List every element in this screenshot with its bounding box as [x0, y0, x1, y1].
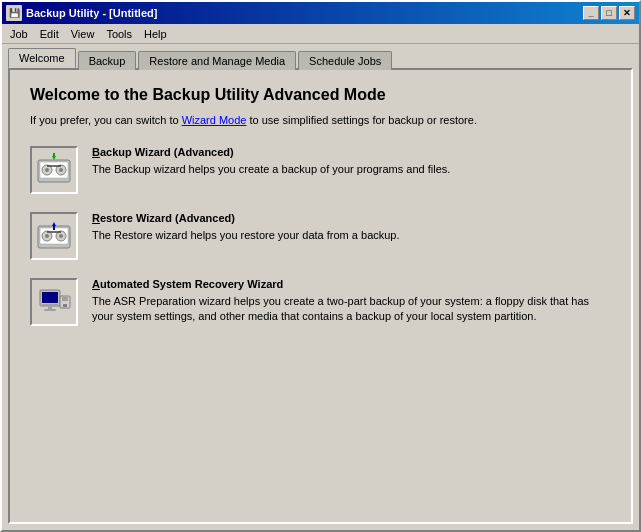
svg-rect-8 — [53, 153, 55, 157]
title-controls: _ □ ✕ — [583, 6, 635, 20]
backup-wizard-title[interactable]: Backup Wizard (Advanced) — [92, 146, 611, 158]
subtitle: If you prefer, you can switch to Wizard … — [30, 114, 611, 126]
tab-schedule-jobs[interactable]: Schedule Jobs — [298, 51, 392, 70]
menu-job[interactable]: Job — [4, 26, 34, 42]
wizard-mode-link[interactable]: Wizard Mode — [182, 114, 247, 126]
menu-bar: Job Edit View Tools Help — [2, 24, 639, 44]
backup-wizard-title-rest: ackup Wizard (Advanced) — [100, 146, 234, 158]
menu-view[interactable]: View — [65, 26, 101, 42]
asr-wizard-text: Automated System Recovery Wizard The ASR… — [92, 278, 611, 325]
restore-wizard-title-rest: estore Wizard (Advanced) — [100, 212, 235, 224]
page-title: Welcome to the Backup Utility Advanced M… — [30, 86, 611, 104]
restore-wizard-desc: The Restore wizard helps you restore you… — [92, 228, 611, 243]
asr-wizard-icon — [30, 278, 78, 326]
asr-wizard-title-rest: utomated System Recovery Wizard — [100, 278, 283, 290]
restore-wizard-icon — [30, 212, 78, 260]
svg-rect-25 — [44, 309, 56, 311]
tab-bar: Welcome Backup Restore and Manage Media … — [2, 44, 639, 68]
svg-point-3 — [45, 168, 49, 172]
backup-wizard-title-underline: B — [92, 146, 100, 158]
svg-rect-23 — [63, 304, 67, 307]
backup-wizard-icon — [30, 146, 78, 194]
asr-wizard-desc: The ASR Preparation wizard helps you cre… — [92, 294, 611, 325]
minimize-button[interactable]: _ — [583, 6, 599, 20]
restore-wizard-text: Restore Wizard (Advanced) The Restore wi… — [92, 212, 611, 243]
main-window: 💾 Backup Utility - [Untitled] _ □ ✕ Job … — [0, 0, 641, 532]
subtitle-text-before: If you prefer, you can switch to — [30, 114, 182, 126]
svg-rect-17 — [53, 226, 55, 230]
svg-marker-16 — [52, 222, 56, 226]
asr-wizard-title-underline: A — [92, 278, 100, 290]
subtitle-text-after: to use simplified settings for backup or… — [246, 114, 477, 126]
app-icon: 💾 — [6, 5, 22, 21]
svg-rect-19 — [42, 292, 58, 303]
tab-restore-manage-media[interactable]: Restore and Manage Media — [138, 51, 296, 70]
menu-help[interactable]: Help — [138, 26, 173, 42]
menu-tools[interactable]: Tools — [100, 26, 138, 42]
svg-rect-24 — [48, 306, 52, 309]
backup-wizard-desc: The Backup wizard helps you create a bac… — [92, 162, 611, 177]
restore-wizard-item: Restore Wizard (Advanced) The Restore wi… — [30, 212, 611, 260]
svg-rect-20 — [42, 304, 58, 306]
main-content: Welcome to the Backup Utility Advanced M… — [8, 68, 633, 524]
backup-wizard-item: Backup Wizard (Advanced) The Backup wiza… — [30, 146, 611, 194]
asr-wizard-title[interactable]: Automated System Recovery Wizard — [92, 278, 611, 290]
tab-backup[interactable]: Backup — [78, 51, 137, 70]
title-bar-left: 💾 Backup Utility - [Untitled] — [6, 5, 157, 21]
restore-wizard-title[interactable]: Restore Wizard (Advanced) — [92, 212, 611, 224]
asr-wizard-item: Automated System Recovery Wizard The ASR… — [30, 278, 611, 326]
title-bar: 💾 Backup Utility - [Untitled] _ □ ✕ — [2, 2, 639, 24]
svg-rect-22 — [62, 297, 68, 301]
tab-welcome[interactable]: Welcome — [8, 48, 76, 68]
window-title: Backup Utility - [Untitled] — [26, 7, 157, 19]
svg-point-14 — [59, 234, 63, 238]
maximize-button[interactable]: □ — [601, 6, 617, 20]
svg-point-12 — [45, 234, 49, 238]
restore-wizard-title-underline: R — [92, 212, 100, 224]
menu-edit[interactable]: Edit — [34, 26, 65, 42]
close-button[interactable]: ✕ — [619, 6, 635, 20]
backup-wizard-text: Backup Wizard (Advanced) The Backup wiza… — [92, 146, 611, 177]
svg-point-5 — [59, 168, 63, 172]
